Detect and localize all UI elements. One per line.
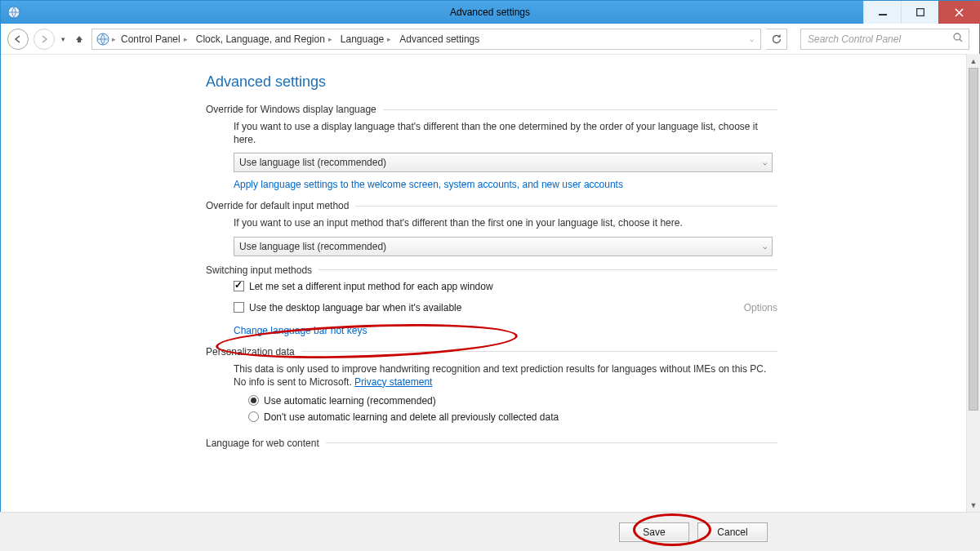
divider [301,351,777,352]
language-bar-checkbox[interactable]: Use the desktop language bar when it's a… [234,302,461,313]
section-header-display-language: Override for Windows display language [206,104,777,115]
breadcrumb-label: Clock, Language, and Region [196,33,325,45]
section-title: Override for Windows display language [206,104,376,115]
options-link[interactable]: Options [744,302,777,313]
chevron-down-icon: ⌵ [763,158,767,167]
section-title: Language for web content [206,438,319,449]
footer-bar: Save Cancel [0,512,980,551]
content-area: Advanced settings Override for Windows d… [0,54,966,512]
navbar: ▾ ▸ Control Panel▸ Clock, Language, and … [1,24,979,55]
scroll-thumb[interactable] [969,68,978,411]
combo-value: Use language list (recommended) [239,157,386,168]
divider [355,206,777,207]
breadcrumb-item[interactable]: Language▸ [337,33,394,45]
radio-icon [248,395,259,406]
radio-label: Don't use automatic learning and delete … [264,411,559,423]
no-auto-learning-radio[interactable]: Don't use automatic learning and delete … [248,411,777,423]
chevron-right-icon: ▸ [112,35,116,43]
input-method-combo[interactable]: Use language list (recommended) ⌵ [234,237,773,256]
vertical-scrollbar[interactable]: ▲ ▼ [966,54,980,512]
breadcrumb-label: Advanced settings [399,33,479,45]
refresh-button[interactable] [766,29,787,50]
chevron-right-icon: ▸ [328,35,332,43]
checkbox-label: Let me set a different input method for … [249,281,493,292]
radio-label: Use automatic learning (recommended) [264,395,436,407]
section-description: This data is only used to improve handwr… [234,362,777,389]
breadcrumb[interactable]: ▸ Control Panel▸ Clock, Language, and Re… [91,29,761,50]
change-hotkeys-link[interactable]: Change language bar hot keys [234,325,367,336]
maximize-button[interactable] [901,1,938,24]
section-header-web-content: Language for web content [206,438,777,449]
auto-learning-radio[interactable]: Use automatic learning (recommended) [248,395,777,407]
privacy-link[interactable]: Privacy statement [354,375,432,389]
divider [318,269,777,270]
page-title: Advanced settings [206,73,777,91]
chevron-down-icon: ⌵ [763,242,767,251]
breadcrumb-item[interactable]: Control Panel▸ [118,33,191,45]
svg-rect-1 [879,14,887,16]
divider [383,109,777,110]
section-header-personalization: Personalization data [206,346,777,358]
breadcrumb-item[interactable]: Advanced settings [396,33,483,45]
window-controls [863,1,979,24]
section-description: If you want to use an input method that'… [234,216,777,229]
apply-language-link[interactable]: Apply language settings to the welcome s… [234,179,623,190]
search-box[interactable] [800,29,969,50]
svg-point-4 [954,33,960,40]
search-icon [952,32,964,46]
checkbox-icon [234,302,244,313]
section-header-input-method: Override for default input method [206,200,777,211]
section-title: Switching input methods [206,264,312,276]
breadcrumb-label: Language [341,33,384,45]
description-text: This data is only used to improve handwr… [234,363,766,388]
checkbox-icon [234,281,244,291]
location-icon [96,32,110,47]
breadcrumb-label: Control Panel [121,33,180,45]
chevron-right-icon: ▸ [184,35,188,43]
app-icon [6,4,22,20]
scroll-down-arrow[interactable]: ▼ [967,498,980,512]
search-input[interactable] [806,33,952,46]
radio-icon [248,411,259,422]
breadcrumb-history-dropdown[interactable]: ⌵ [746,35,757,43]
display-language-combo[interactable]: Use language list (recommended) ⌵ [234,153,773,172]
breadcrumb-item[interactable]: Clock, Language, and Region▸ [193,33,336,45]
cancel-button[interactable]: Cancel [697,522,768,542]
section-title: Personalization data [206,346,295,358]
history-dropdown[interactable]: ▾ [60,35,67,43]
section-description: If you want to use a display language th… [234,120,777,146]
divider [326,442,777,443]
minimize-button[interactable] [863,1,901,24]
back-button[interactable] [7,29,29,50]
window-title: Advanced settings [450,7,530,18]
checkbox-label: Use the desktop language bar when it's a… [249,302,461,313]
combo-value: Use language list (recommended) [239,241,386,252]
per-app-input-checkbox[interactable]: Let me set a different input method for … [234,281,777,292]
svg-rect-2 [916,9,924,16]
scroll-up-arrow[interactable]: ▲ [967,54,980,68]
close-button[interactable] [938,1,979,24]
titlebar: Advanced settings [1,1,979,24]
up-button[interactable] [72,32,87,47]
chevron-right-icon: ▸ [387,35,391,43]
section-header-switching: Switching input methods [206,264,777,276]
forward-button[interactable] [33,29,55,50]
save-button[interactable]: Save [619,522,689,542]
section-title: Override for default input method [206,200,349,211]
